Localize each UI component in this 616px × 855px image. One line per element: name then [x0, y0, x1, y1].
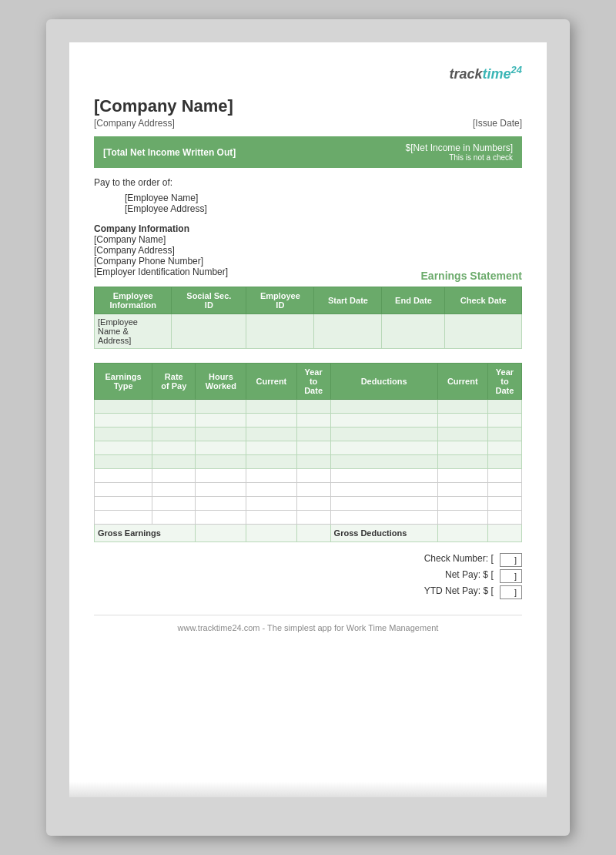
cell-r8-c2	[152, 497, 196, 511]
net-income-written: [Total Net Income Written Out]	[103, 147, 236, 158]
cell-r5-c7	[437, 455, 487, 469]
cell-r5-c8	[487, 455, 521, 469]
cell-r4-c7	[437, 441, 487, 455]
net-income-numbers-block: $[Net Income in Numbers] This is not a c…	[406, 142, 513, 162]
cell-r6-c3	[196, 469, 246, 483]
cell-r3-c4	[246, 428, 296, 441]
col-ytd-earn: YeartoDate	[296, 364, 330, 400]
cell-r6-c8	[487, 469, 521, 483]
cell-r9-c4	[246, 511, 296, 525]
cell-r9-c2	[152, 511, 196, 525]
cell-r4-c4	[246, 441, 296, 455]
check-number-label: Check Number: [	[424, 553, 494, 567]
cell-r4-c8	[487, 441, 521, 455]
cell-r3-c1	[95, 428, 152, 441]
cell-r3-c8	[487, 428, 521, 441]
cell-r2-c7	[437, 414, 487, 428]
company-info-address: [Company Address]	[94, 245, 522, 256]
company-address-issue-row: [Company Address] [Issue Date]	[94, 118, 522, 129]
cell-r1-c3	[196, 400, 246, 414]
cell-r2-c5	[296, 414, 330, 428]
cell-r7-c8	[487, 483, 521, 497]
cell-r7-c5	[296, 483, 330, 497]
cell-r9-c1	[95, 511, 152, 525]
cell-r6-c5	[296, 469, 330, 483]
cell-r9-c5	[296, 511, 330, 525]
net-pay-value: ]	[500, 569, 522, 583]
cell-r2-c4	[246, 414, 296, 428]
employee-info-table: EmployeeInformation Social Sec.ID Employ…	[94, 287, 522, 349]
earnings-row-6	[95, 469, 522, 483]
cell-r9-c7	[437, 511, 487, 525]
gross-deductions-label: Gross Deductions	[330, 525, 437, 542]
gross-row: Gross Earnings Gross Deductions	[95, 525, 522, 542]
cell-r7-c6	[330, 483, 437, 497]
col-social-sec: Social Sec.ID	[172, 287, 246, 314]
cell-r7-c2	[152, 483, 196, 497]
earnings-row-1	[95, 400, 522, 414]
cell-r8-c4	[246, 497, 296, 511]
gross-ded-ytd	[487, 525, 521, 542]
employee-info-block: [Employee Name] [Employee Address]	[125, 193, 522, 214]
brand-logo: tracktime24	[449, 66, 522, 82]
gross-ytd	[296, 525, 330, 542]
col-current-ded: Current	[437, 364, 487, 400]
document: tracktime24 [Company Name] [Company Addr…	[69, 42, 547, 797]
cell-r6-c4	[246, 469, 296, 483]
gross-ded-current	[437, 525, 487, 542]
cell-r7-c1	[95, 483, 152, 497]
company-info-phone: [Company Phone Number]	[94, 256, 522, 267]
cell-r8-c1	[95, 497, 152, 511]
cell-r3-c3	[196, 428, 246, 441]
earnings-row-3	[95, 428, 522, 441]
earnings-row-8	[95, 497, 522, 511]
cell-r3-c6	[330, 428, 437, 441]
issue-date: [Issue Date]	[473, 118, 522, 129]
cell-r1-c8	[487, 400, 521, 414]
employee-table-header: EmployeeInformation Social Sec.ID Employ…	[95, 287, 522, 314]
check-number-line: Check Number: [ ]	[94, 553, 522, 567]
cell-r2-c3	[196, 414, 246, 428]
brand-time: time	[483, 66, 511, 82]
col-ytd-ded: YeartoDate	[487, 364, 521, 400]
earnings-table: EarningsType Rateof Pay HoursWorked Curr…	[94, 363, 522, 542]
col-employee-id: EmployeeID	[246, 287, 314, 314]
cell-r5-c4	[246, 455, 296, 469]
cell-r2-c8	[487, 414, 521, 428]
cell-r7-c7	[437, 483, 487, 497]
totals-section: Check Number: [ ] Net Pay: $ [ ] YTD Net…	[94, 553, 522, 599]
doc-shadow	[69, 782, 547, 797]
col-check-date: Check Date	[445, 287, 522, 314]
cell-r6-c7	[437, 469, 487, 483]
brand-area: tracktime24	[94, 64, 522, 82]
earnings-table-header: EarningsType Rateof Pay HoursWorked Curr…	[95, 364, 522, 400]
company-info-label: Company Information	[94, 223, 522, 234]
col-end-date: End Date	[382, 287, 445, 314]
brand-track: track	[449, 66, 482, 82]
cell-r5-c6	[330, 455, 437, 469]
net-income-banner: [Total Net Income Written Out] $[Net Inc…	[94, 136, 522, 168]
cell-r7-c4	[246, 483, 296, 497]
cell-r5-c2	[152, 455, 196, 469]
ytd-net-pay-line: YTD Net Pay: $ [ ]	[94, 585, 522, 599]
earnings-row-9	[95, 511, 522, 525]
cell-r1-c4	[246, 400, 296, 414]
cell-r2-c6	[330, 414, 437, 428]
cell-r4-c1	[95, 441, 152, 455]
cell-r2-c2	[152, 414, 196, 428]
cell-r8-c5	[296, 497, 330, 511]
cell-r1-c1	[95, 400, 152, 414]
cell-social-sec	[172, 314, 246, 349]
cell-r1-c6	[330, 400, 437, 414]
cell-employee-id	[246, 314, 314, 349]
cell-r4-c3	[196, 441, 246, 455]
cell-r1-c5	[296, 400, 330, 414]
ytd-net-pay-value: ]	[500, 585, 522, 599]
footer: www.tracktime24.com - The simplest app f…	[94, 615, 522, 632]
employee-data-row: [EmployeeName &Address]	[95, 314, 522, 349]
cell-r8-c7	[437, 497, 487, 511]
col-current-earn: Current	[246, 364, 296, 400]
not-a-check: This is not a check	[406, 153, 513, 162]
net-pay-label: Net Pay: $ [	[445, 569, 494, 583]
cell-r6-c2	[152, 469, 196, 483]
